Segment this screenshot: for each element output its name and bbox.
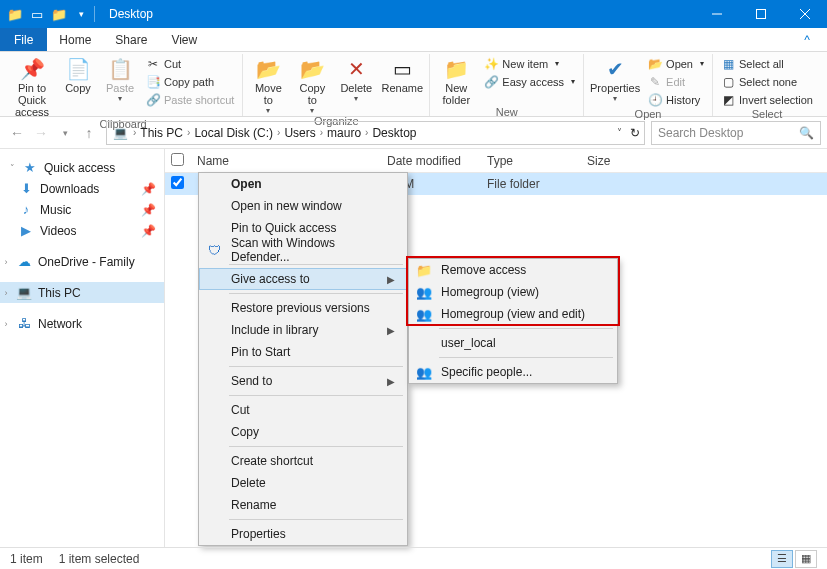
invert-selection-button[interactable]: ◩Invert selection (717, 91, 817, 108)
ribbon-group-open: ✔Properties▾ 📂Open▾ ✎Edit 🕘History Open (584, 54, 713, 116)
paste-icon: 📋 (104, 56, 136, 82)
breadcrumb-seg[interactable]: This PC (140, 126, 183, 140)
breadcrumb-seg[interactable]: Desktop (372, 126, 416, 140)
easy-access-button[interactable]: 🔗Easy access▾ (480, 73, 579, 90)
delete-button[interactable]: ✕Delete▾ (335, 54, 377, 103)
new-folder-button[interactable]: 📁New folder (434, 54, 478, 106)
refresh-icon[interactable]: ↻ (630, 126, 640, 140)
history-icon: 🕘 (648, 93, 662, 107)
tab-file[interactable]: File (0, 28, 47, 51)
tab-home[interactable]: Home (47, 28, 103, 51)
view-large-icons-button[interactable]: ▦ (795, 550, 817, 568)
ctx-give-access-to[interactable]: Give access to▶ (199, 268, 407, 290)
view-details-button[interactable]: ☰ (771, 550, 793, 568)
address-bar-row: ← → ▾ ↑ 💻 › This PC› Local Disk (C:)› Us… (0, 117, 827, 149)
copy-path-button[interactable]: 📑Copy path (142, 73, 238, 90)
status-bar: 1 item 1 item selected ☰ ▦ (0, 547, 827, 569)
ctx-restore-previous[interactable]: Restore previous versions (199, 297, 407, 319)
ctx-pin-start[interactable]: Pin to Start (199, 341, 407, 363)
properties-button[interactable]: ✔Properties▾ (588, 54, 642, 103)
breadcrumb-seg[interactable]: Users (284, 126, 315, 140)
select-all-button[interactable]: ▦Select all (717, 55, 817, 72)
ctx-open-new-window[interactable]: Open in new window (199, 195, 407, 217)
ctx-remove-access[interactable]: 📁Remove access (409, 259, 617, 281)
ctx-cut[interactable]: Cut (199, 399, 407, 421)
col-type[interactable]: Type (479, 154, 579, 168)
ctx-create-shortcut[interactable]: Create shortcut (199, 450, 407, 472)
nav-videos[interactable]: ▶Videos📌 (0, 220, 164, 241)
close-button[interactable] (783, 0, 827, 28)
ctx-include-library[interactable]: Include in library▶ (199, 319, 407, 341)
ctx-open[interactable]: Open (199, 173, 407, 195)
homegroup-icon: 👥 (415, 307, 433, 322)
back-button[interactable]: ← (6, 122, 28, 144)
breadcrumb-seg[interactable]: Local Disk (C:) (194, 126, 273, 140)
addr-dropdown-icon[interactable]: ˅ (617, 127, 622, 138)
ribbon-collapse-icon[interactable]: ^ (787, 28, 827, 51)
tab-view[interactable]: View (159, 28, 209, 51)
row-checkbox[interactable] (171, 176, 184, 189)
paste-button[interactable]: 📋Paste▾ (100, 54, 140, 103)
col-name[interactable]: Name (189, 154, 379, 168)
ribbon-group-select: ▦Select all ▢Select none ◩Invert selecti… (713, 54, 821, 116)
select-all-checkbox[interactable] (171, 153, 184, 166)
ribbon-tabs: File Home Share View ^ (0, 28, 827, 52)
props-icon[interactable]: ▭ (28, 5, 46, 23)
move-to-button[interactable]: 📂Move to▾ (247, 54, 289, 115)
history-button[interactable]: 🕘History (644, 91, 708, 108)
nav-this-pc[interactable]: ›💻This PC (0, 282, 164, 303)
search-box[interactable]: Search Desktop 🔍 (651, 121, 821, 145)
ctx-homegroup-edit[interactable]: 👥Homegroup (view and edit) (409, 303, 617, 325)
open-button[interactable]: 📂Open▾ (644, 55, 708, 72)
newfolder-icon: 📁 (440, 56, 472, 82)
paste-shortcut-button[interactable]: 🔗Paste shortcut (142, 91, 238, 108)
edit-icon: ✎ (648, 75, 662, 89)
copyto-icon: 📂 (296, 56, 328, 82)
cut-button[interactable]: ✂Cut (142, 55, 238, 72)
pin-to-quick-access-button[interactable]: 📌Pin to Quick access (8, 54, 56, 118)
col-size[interactable]: Size (579, 154, 659, 168)
maximize-button[interactable] (739, 0, 783, 28)
new-item-button[interactable]: ✨New item▾ (480, 55, 579, 72)
col-date[interactable]: Date modified (379, 154, 479, 168)
ctx-user-local[interactable]: user_local (409, 332, 617, 354)
copy-to-button[interactable]: 📂Copy to▾ (291, 54, 333, 115)
ctx-send-to[interactable]: Send to▶ (199, 370, 407, 392)
rename-icon: ▭ (386, 56, 418, 82)
nav-network[interactable]: ›🖧Network (0, 313, 164, 334)
minimize-button[interactable] (695, 0, 739, 28)
people-icon: 👥 (415, 365, 433, 380)
context-menu: Open Open in new window Pin to Quick acc… (198, 172, 408, 546)
ctx-scan-defender[interactable]: 🛡Scan with Windows Defender... (199, 239, 407, 261)
pc-icon: 💻 (111, 126, 129, 140)
ctx-properties[interactable]: Properties (199, 523, 407, 545)
chevron-right-icon: ▶ (387, 376, 395, 387)
pc-icon: 💻 (16, 285, 32, 300)
tab-share[interactable]: Share (103, 28, 159, 51)
ctx-homegroup-view[interactable]: 👥Homegroup (view) (409, 281, 617, 303)
folder-icon: 📁 (415, 263, 433, 278)
ctx-rename[interactable]: Rename (199, 494, 407, 516)
breadcrumb-seg[interactable]: mauro (327, 126, 361, 140)
edit-button[interactable]: ✎Edit (644, 73, 708, 90)
chevron-right-icon[interactable]: › (131, 127, 138, 138)
address-bar[interactable]: 💻 › This PC› Local Disk (C:)› Users› mau… (106, 121, 645, 145)
star-icon: ★ (22, 160, 38, 175)
nav-quick-access[interactable]: ˅★Quick access (0, 157, 164, 178)
ctx-delete[interactable]: Delete (199, 472, 407, 494)
newfolder-icon[interactable]: 📁 (50, 5, 68, 23)
up-button[interactable]: ↑ (78, 122, 100, 144)
ctx-specific-people[interactable]: 👥Specific people... (409, 361, 617, 383)
qat-dropdown-icon[interactable]: ▾ (72, 5, 90, 23)
copy-button[interactable]: 📄Copy (58, 54, 98, 94)
nav-onedrive[interactable]: ›☁OneDrive - Family (0, 251, 164, 272)
forward-button[interactable]: → (30, 122, 52, 144)
ctx-copy[interactable]: Copy (199, 421, 407, 443)
nav-downloads[interactable]: ⬇Downloads📌 (0, 178, 164, 199)
select-none-button[interactable]: ▢Select none (717, 73, 817, 90)
recent-dropdown-icon[interactable]: ▾ (54, 122, 76, 144)
nav-music[interactable]: ♪Music📌 (0, 199, 164, 220)
file-type: File folder (479, 177, 579, 191)
rename-button[interactable]: ▭Rename (379, 54, 425, 94)
folder-icon: 📁 (6, 5, 24, 23)
